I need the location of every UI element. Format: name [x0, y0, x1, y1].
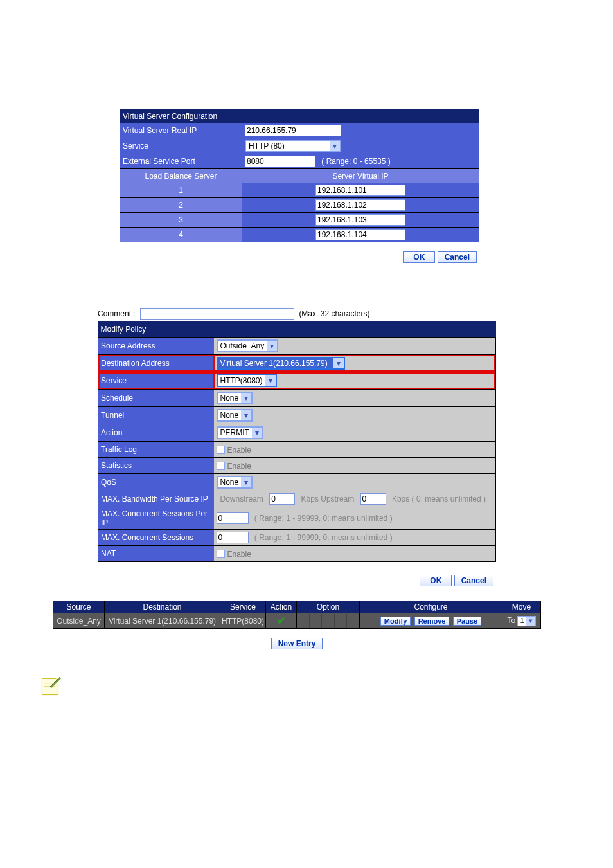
tunnel-select[interactable]: None ▾: [217, 409, 253, 422]
statistics-checkbox[interactable]: [217, 462, 225, 470]
dst-addr-select[interactable]: Virtual Server 1(210.66.155.79) ▾: [217, 357, 345, 370]
col-configure: Configure: [360, 601, 502, 613]
traffic-log-checkbox[interactable]: [217, 446, 225, 454]
pause-button[interactable]: Pause: [453, 617, 481, 626]
cell-option: [297, 613, 360, 629]
tunnel-label: Tunnel: [98, 407, 214, 424]
note-icon: [39, 675, 62, 698]
vs-real-ip-label: Virtual Server Real IP: [120, 123, 242, 138]
virtual-server-config-table: Virtual Server Configuration Virtual Ser…: [120, 109, 479, 242]
bw-tail-label: Kbps ( 0: means unlimited ): [392, 494, 486, 503]
qos-label: QoS: [98, 474, 214, 491]
bw-label: MAX. Bandwidth Per Source IP: [98, 491, 214, 507]
traffic-log-label: Traffic Log: [98, 442, 214, 458]
cell-dest: Virtual Server 1(210.66.155.79): [105, 613, 220, 629]
chevron-down-icon: ▾: [267, 341, 277, 351]
cancel-button[interactable]: Cancel: [454, 575, 493, 586]
vs-ext-port-label: External Service Port: [120, 154, 242, 169]
move-to-label: To: [507, 616, 515, 625]
qos-select[interactable]: None ▾: [217, 476, 253, 489]
col-option: Option: [297, 601, 360, 613]
dst-addr-label: Destination Address: [98, 355, 214, 372]
col-move: Move: [502, 601, 541, 613]
summary-row: Outside_Any Virtual Server 1(210.66.155.…: [53, 613, 541, 629]
nat-checkbox[interactable]: [217, 550, 225, 558]
comment-input[interactable]: [140, 308, 294, 320]
vs-ip-input-1[interactable]: [315, 185, 405, 196]
action-select[interactable]: PERMIT ▾: [217, 426, 263, 439]
move-select[interactable]: 1 ▾: [517, 616, 535, 626]
src-addr-select[interactable]: Outside_Any ▾: [217, 339, 279, 352]
schedule-select[interactable]: None ▾: [217, 392, 253, 404]
vs-title: Virtual Server Configuration: [120, 109, 479, 123]
bw-down-label: Downstream: [220, 494, 263, 503]
chevron-down-icon: ▾: [241, 477, 251, 487]
service-label: Service: [98, 372, 214, 390]
chevron-down-icon: ▾: [265, 375, 276, 386]
action-label: Action: [98, 424, 214, 442]
cancel-button[interactable]: Cancel: [438, 251, 477, 263]
service-select[interactable]: HTTP(8080) ▾: [217, 374, 277, 387]
vs-ext-port-input[interactable]: [245, 156, 315, 167]
vs-row-num: 2: [120, 198, 242, 213]
remove-button[interactable]: Remove: [414, 617, 450, 626]
vs-row-num: 3: [120, 213, 242, 228]
vs-service-select[interactable]: HTTP (80) ▾: [245, 140, 341, 152]
vs-row-num: 1: [120, 183, 242, 198]
schedule-label: Schedule: [98, 390, 214, 407]
col-action: Action: [266, 601, 297, 613]
chevron-down-icon: ▾: [241, 410, 251, 420]
modify-button[interactable]: Modify: [380, 617, 411, 626]
sess-label: MAX. Concurrent Sessions: [98, 530, 214, 546]
src-addr-label: Source Address: [98, 338, 214, 355]
col-dest: Destination: [105, 601, 220, 613]
bw-down-input[interactable]: [269, 493, 295, 505]
chevron-down-icon: ▾: [330, 141, 340, 151]
policy-title: Modify Policy: [98, 321, 496, 338]
sess-ip-range: ( Range: 1 - 99999, 0: means unlimited ): [254, 514, 393, 523]
col-service: Service: [220, 601, 266, 613]
vs-ip-input-2[interactable]: [315, 199, 405, 211]
sess-input[interactable]: [217, 532, 249, 543]
vs-real-ip-input[interactable]: [245, 125, 341, 136]
cell-configure: Modify Remove Pause: [360, 613, 502, 629]
comment-row: Comment : (Max. 32 characters): [98, 308, 496, 320]
bw-mid-label: Kbps Upstream: [301, 494, 355, 503]
sess-ip-input[interactable]: [217, 512, 249, 524]
vs-vip-header: Server Virtual IP: [242, 169, 479, 183]
comment-label: Comment :: [98, 309, 136, 318]
sess-range: ( Range: 1 - 99999, 0: means unlimited ): [254, 533, 393, 542]
nat-label: NAT: [98, 546, 214, 562]
cell-service: HTTP(8080): [220, 613, 266, 629]
ok-button[interactable]: OK: [403, 251, 435, 263]
cell-source: Outside_Any: [53, 613, 105, 629]
modify-policy-table: Modify Policy Source Address Outside_Any…: [98, 321, 496, 562]
bw-up-input[interactable]: [360, 493, 386, 505]
vs-row-num: 4: [120, 228, 242, 242]
vs-ip-input-3[interactable]: [315, 214, 405, 226]
policy-summary-table: Source Destination Service Action Option…: [53, 601, 541, 629]
chevron-down-icon: ▾: [252, 428, 262, 438]
sess-ip-label: MAX. Concurrent Sessions Per IP: [98, 507, 214, 530]
vs-lb-header: Load Balance Server: [120, 169, 242, 183]
new-entry-button[interactable]: New Entry: [271, 638, 323, 649]
chevron-down-icon: ▾: [333, 358, 344, 368]
vs-ext-port-range: ( Range: 0 - 65535 ): [321, 157, 390, 166]
cell-action: ✔: [266, 613, 297, 629]
ok-button[interactable]: OK: [420, 575, 452, 586]
vs-service-label: Service: [120, 138, 242, 154]
col-source: Source: [53, 601, 105, 613]
permit-check-icon: ✔: [277, 615, 285, 627]
chevron-down-icon: ▾: [241, 393, 251, 403]
comment-max: (Max. 32 characters): [299, 309, 369, 318]
chevron-down-icon: ▾: [526, 617, 535, 626]
cell-move: To 1 ▾: [502, 613, 541, 629]
statistics-label: Statistics: [98, 458, 214, 474]
vs-ip-input-4[interactable]: [315, 229, 405, 240]
